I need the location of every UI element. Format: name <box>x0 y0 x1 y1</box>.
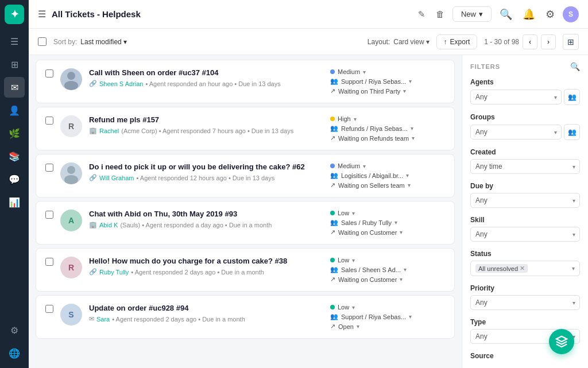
select-all-checkbox[interactable] <box>38 37 47 46</box>
settings-gear-icon[interactable]: ⚙ <box>543 6 557 23</box>
nav-settings-icon[interactable]: ⚙ <box>4 320 25 340</box>
svg-point-1 <box>64 81 78 90</box>
status-icon: ↗ <box>330 276 335 283</box>
nav-dashboard-icon[interactable]: ⊞ <box>4 54 25 75</box>
team-badge[interactable]: 👥 Support / Riya Sebas... ▾ <box>330 313 412 320</box>
prev-page-button[interactable]: ‹ <box>523 34 537 49</box>
export-button[interactable]: ↑ Export <box>436 34 478 49</box>
status-badge[interactable]: ↗ Open ▾ <box>330 323 359 330</box>
status-tag-select[interactable]: All unresolved ✕ ▾ <box>470 261 580 276</box>
edit-icon[interactable]: ✎ <box>416 7 428 22</box>
filters-search-icon[interactable]: 🔍 <box>570 62 580 71</box>
status-badge[interactable]: ↗ Waiting on Customer ▾ <box>330 276 403 283</box>
ticket-title[interactable]: Update on order #uc928 #94 <box>89 304 323 312</box>
ticket-title[interactable]: Call with Sheen on order #uc37 #104 <box>89 68 323 77</box>
priority-filter: Priority Any <box>470 284 580 310</box>
agents-filter: Agents Any 👥 <box>470 78 580 105</box>
chevron-icon: ▾ <box>400 276 403 282</box>
status-badge[interactable]: ↗ Waiting on Refunds team ▾ <box>330 134 415 142</box>
team-badge[interactable]: 👥 Sales / Sheen S Ad... ▾ <box>330 266 407 273</box>
chevron-icon: ▾ <box>394 219 397 226</box>
ticket-checkbox[interactable] <box>45 305 53 313</box>
sort-value-button[interactable]: Last modified ▾ <box>80 38 126 46</box>
skill-label: Skill <box>470 216 580 224</box>
nav-tree-icon[interactable]: 🌿 <box>4 123 25 144</box>
chevron-icon: ▾ <box>352 257 355 264</box>
team-badge[interactable]: 👥 Sales / Ruby Tully ▾ <box>330 219 397 226</box>
priority-dot <box>330 258 335 262</box>
groups-icon-button[interactable]: 👥 <box>564 124 580 140</box>
ticket-title[interactable]: Do i need to pick it up or will you be d… <box>89 162 323 171</box>
nav-menu-icon[interactable]: ☰ <box>4 31 25 52</box>
team-badge[interactable]: 👥 Logisitics / Abigail.br... ▾ <box>330 172 409 179</box>
priority-select[interactable]: Any <box>470 295 580 310</box>
search-icon[interactable]: 🔍 <box>497 6 514 23</box>
dueby-filter: Due by Any <box>470 182 580 208</box>
sort-control: Sort by: Last modified ▾ <box>53 38 127 46</box>
priority-badge[interactable]: Low ▾ <box>330 304 355 311</box>
priority-badge[interactable]: High ▾ <box>330 115 357 122</box>
priority-label: Priority <box>470 284 580 292</box>
agents-icon-button[interactable]: 👥 <box>564 89 580 105</box>
priority-dot <box>330 211 335 215</box>
priority-dot <box>330 69 335 74</box>
ticket-checkbox[interactable] <box>45 69 53 78</box>
team-icon: 👥 <box>330 266 338 273</box>
team-badge[interactable]: 👥 Support / Riya Sebas... ▾ <box>330 78 412 85</box>
notification-icon[interactable]: 🔔 <box>520 6 537 23</box>
ticket-checkbox[interactable] <box>45 164 53 172</box>
priority-badge[interactable]: Medium ▾ <box>330 162 366 169</box>
status-icon: ↗ <box>330 181 335 189</box>
nav-globe-icon[interactable]: 🌐 <box>4 343 25 363</box>
ticket-badges: Medium ▾ 👥 Support / Riya Sebas... ▾ ↗ W… <box>330 68 445 95</box>
remove-tag-button[interactable]: ✕ <box>520 265 525 272</box>
ticket-title[interactable]: Chat with Abid on Thu, 30th May 2019 #93 <box>89 210 323 218</box>
nav-knowledge-icon[interactable]: 📚 <box>4 146 25 166</box>
status-tag: All unresolved ✕ <box>475 264 528 273</box>
ticket-card: R Refund me pls #157 🏢 Rachel (Acme Corp… <box>36 107 455 150</box>
priority-badge[interactable]: Low ▾ <box>330 257 355 264</box>
chevron-icon: ▾ <box>352 210 355 216</box>
delete-icon[interactable]: 🗑 <box>434 7 447 21</box>
nav-chat-icon[interactable]: 💬 <box>4 169 25 189</box>
next-page-button[interactable]: › <box>541 34 556 49</box>
team-icon: 👥 <box>330 313 338 320</box>
ticket-checkbox[interactable] <box>45 211 53 219</box>
svg-point-0 <box>67 72 75 80</box>
ticket-checkbox[interactable] <box>45 258 53 266</box>
groups-select[interactable]: Any <box>470 125 562 140</box>
ticket-title[interactable]: Refund me pls #157 <box>89 115 323 124</box>
new-button[interactable]: New ▾ <box>452 6 492 22</box>
app-logo[interactable]: ✦ <box>5 5 24 24</box>
status-badge[interactable]: ↗ Waiting on Third Party ▾ <box>330 87 406 95</box>
ticket-checkbox[interactable] <box>45 117 53 125</box>
user-avatar[interactable]: S <box>563 6 579 22</box>
page-title: All Tickets - Helpdesk <box>52 9 410 19</box>
layout-value-button[interactable]: Card view ▾ <box>393 38 429 46</box>
status-badge[interactable]: ↗ Waiting on Customer ▾ <box>330 228 403 236</box>
ticket-title[interactable]: Hello! How much do you charge for a cust… <box>89 257 323 265</box>
view-toggle-button[interactable]: ⊞ <box>563 34 579 50</box>
created-select[interactable]: Any time <box>470 159 580 174</box>
nav-tickets-icon[interactable]: ✉ <box>4 77 25 98</box>
dueby-select[interactable]: Any <box>470 193 580 208</box>
agents-select[interactable]: Any <box>470 90 562 104</box>
team-badge[interactable]: 👥 Refunds / Riya Sebas... ▾ <box>330 125 413 132</box>
floating-action-button[interactable] <box>549 329 574 354</box>
nav-reports-icon[interactable]: 📊 <box>4 192 25 212</box>
export-icon: ↑ <box>444 38 447 46</box>
fab-icon <box>555 335 568 348</box>
skill-filter: Skill Any <box>470 216 580 242</box>
priority-badge[interactable]: Medium ▾ <box>330 68 366 75</box>
ticket-meta: 🔗 Ruby Tully • Agent responded 2 days ag… <box>89 268 323 276</box>
tickets-panel: Call with Sheen on order #uc37 #104 🔗 Sh… <box>29 55 462 368</box>
priority-badge[interactable]: Low ▾ <box>330 210 355 216</box>
status-badge[interactable]: ↗ Waiting on Sellers team ▾ <box>330 181 411 189</box>
topbar-menu-icon[interactable]: ☰ <box>38 9 46 20</box>
ticket-card: R Hello! How much do you charge for a cu… <box>36 248 455 292</box>
nav-contacts-icon[interactable]: 👤 <box>4 100 25 121</box>
status-icon: ↗ <box>330 134 335 142</box>
team-icon: 👥 <box>330 219 338 226</box>
topbar: ☰ All Tickets - Helpdesk ✎ 🗑 New ▾ 🔍 🔔 ⚙… <box>29 0 588 29</box>
skill-select[interactable]: Any <box>470 227 580 242</box>
